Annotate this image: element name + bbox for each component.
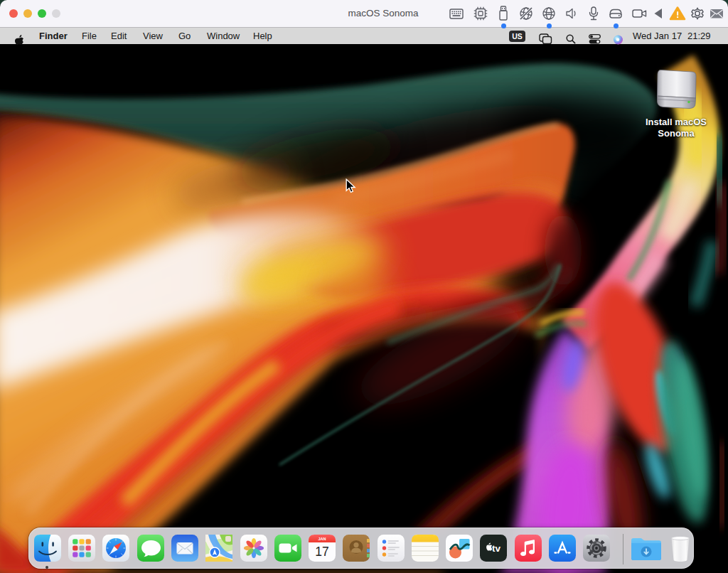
svg-text:JAN: JAN xyxy=(318,537,326,541)
svg-text:17: 17 xyxy=(315,545,328,559)
svg-text:tv: tv xyxy=(492,543,500,554)
